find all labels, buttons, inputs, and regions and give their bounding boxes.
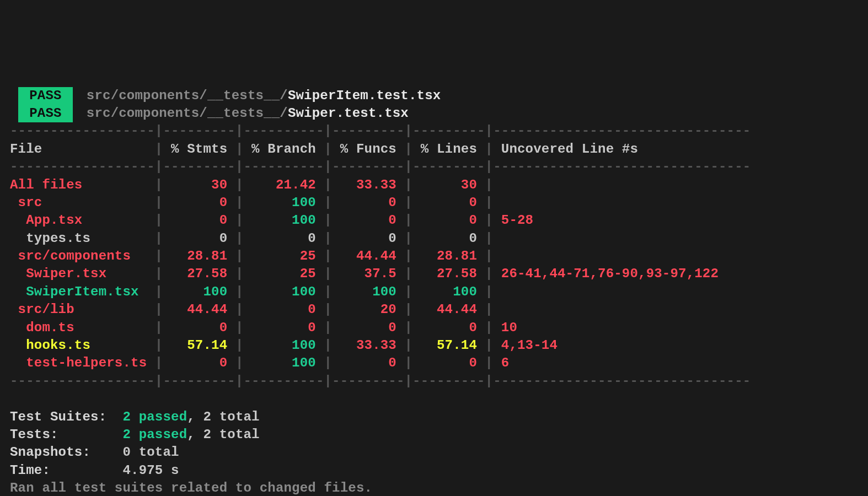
terminal-output: PASS src/components/__tests__/SwiperItem…: [10, 87, 751, 496]
